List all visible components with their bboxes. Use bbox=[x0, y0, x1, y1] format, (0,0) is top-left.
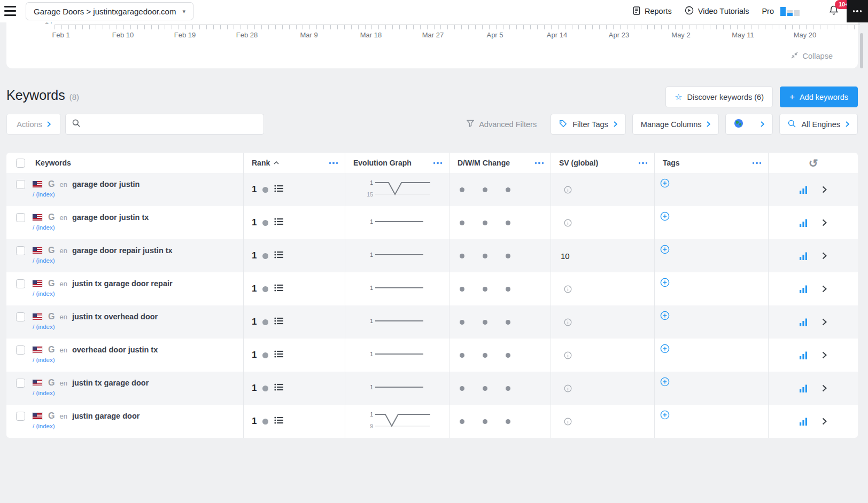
add-tag-icon[interactable] bbox=[660, 311, 670, 320]
keyword-url-link[interactable]: / (index) bbox=[33, 191, 140, 198]
add-tag-icon[interactable] bbox=[660, 410, 670, 420]
row-checkbox[interactable] bbox=[16, 379, 25, 388]
chevron-right-icon bbox=[47, 121, 51, 127]
week-change-dot-icon bbox=[483, 287, 487, 292]
row-checkbox[interactable] bbox=[16, 345, 25, 355]
column-menu-icon[interactable] bbox=[329, 162, 338, 164]
row-expand-chevron-icon[interactable] bbox=[822, 252, 827, 260]
advanced-filters-button[interactable]: Advanced Filters bbox=[467, 120, 537, 129]
info-icon[interactable] bbox=[564, 351, 572, 359]
keyword-url-link[interactable]: / (index) bbox=[33, 357, 158, 363]
keyword-text[interactable]: justin garage door bbox=[72, 412, 140, 420]
keyword-url-link[interactable]: / (index) bbox=[33, 423, 140, 429]
filter-tags-button[interactable]: Filter Tags bbox=[551, 114, 626, 135]
keyword-chart-icon[interactable] bbox=[800, 285, 808, 293]
row-expand-chevron-icon[interactable] bbox=[822, 318, 827, 326]
keyword-text[interactable]: garage door justin bbox=[72, 180, 140, 188]
discover-keywords-button[interactable]: ☆ Discover keywords (6) bbox=[665, 87, 773, 107]
select-all-checkbox[interactable] bbox=[16, 159, 25, 168]
row-checkbox[interactable] bbox=[16, 312, 25, 321]
keyword-text[interactable]: overhead door justin tx bbox=[72, 345, 158, 354]
keyword-url-link[interactable]: / (index) bbox=[33, 290, 173, 297]
column-menu-icon[interactable] bbox=[433, 162, 443, 164]
month-change-dot-icon bbox=[506, 353, 510, 358]
row-checkbox[interactable] bbox=[16, 412, 25, 421]
actions-button[interactable]: Actions bbox=[6, 114, 61, 135]
keyword-text[interactable]: justin tx overhead door bbox=[72, 312, 158, 321]
column-header-dwm-change[interactable]: D/W/M Change bbox=[449, 153, 551, 173]
keyword-url-link[interactable]: / (index) bbox=[33, 324, 158, 330]
domain-breadcrumb-dropdown[interactable]: Garage Doors > justintxgaragedoor.com ▾ bbox=[26, 2, 193, 20]
locale-selector-button[interactable] bbox=[725, 114, 773, 135]
overflow-menu-button[interactable] bbox=[847, 0, 868, 22]
info-icon[interactable] bbox=[564, 384, 572, 392]
menu-icon[interactable] bbox=[4, 6, 16, 16]
info-icon[interactable] bbox=[564, 418, 572, 426]
keyword-chart-icon[interactable] bbox=[800, 418, 808, 426]
keyword-text[interactable]: garage door justin tx bbox=[72, 213, 149, 222]
keyword-text[interactable]: garage door repair justin tx bbox=[72, 246, 173, 255]
manage-columns-button[interactable]: Manage Columns bbox=[632, 114, 719, 135]
row-checkbox[interactable] bbox=[16, 279, 25, 288]
row-checkbox[interactable] bbox=[16, 180, 25, 189]
info-icon[interactable] bbox=[564, 219, 572, 227]
row-expand-chevron-icon[interactable] bbox=[822, 219, 827, 226]
pro-plan-indicator[interactable]: Pro bbox=[762, 7, 800, 16]
keyword-url-link[interactable]: / (index) bbox=[33, 390, 149, 396]
keyword-chart-icon[interactable] bbox=[800, 219, 808, 227]
keyword-chart-icon[interactable] bbox=[800, 318, 808, 326]
serp-list-icon[interactable] bbox=[274, 350, 283, 360]
column-header-sv-global[interactable]: SV (global) bbox=[551, 153, 654, 173]
serp-list-icon[interactable] bbox=[274, 416, 283, 426]
video-tutorials-link[interactable]: Video Tutorials bbox=[685, 6, 749, 17]
add-tag-icon[interactable] bbox=[660, 278, 670, 287]
row-expand-chevron-icon[interactable] bbox=[822, 418, 827, 425]
all-engines-button[interactable]: All Engines bbox=[779, 114, 858, 135]
svg-text:1: 1 bbox=[370, 252, 373, 258]
row-expand-chevron-icon[interactable] bbox=[822, 384, 827, 392]
serp-list-icon[interactable] bbox=[274, 317, 283, 327]
collapse-chart-button[interactable]: Collapse bbox=[790, 51, 833, 61]
keyword-chart-icon[interactable] bbox=[800, 186, 808, 194]
info-icon[interactable] bbox=[564, 318, 572, 326]
search-input[interactable] bbox=[85, 120, 257, 129]
day-change-dot-icon bbox=[460, 221, 464, 225]
add-tag-icon[interactable] bbox=[660, 377, 670, 387]
column-menu-icon[interactable] bbox=[639, 162, 648, 164]
row-checkbox[interactable] bbox=[16, 213, 25, 222]
vertical-scrollbar[interactable] bbox=[860, 33, 863, 68]
serp-list-icon[interactable] bbox=[274, 185, 283, 194]
column-header-tags[interactable]: Tags bbox=[654, 153, 768, 173]
keyword-chart-icon[interactable] bbox=[800, 252, 808, 260]
info-icon[interactable] bbox=[564, 285, 572, 293]
keyword-chart-icon[interactable] bbox=[800, 384, 808, 392]
refresh-icon[interactable]: ↺ bbox=[809, 158, 818, 169]
add-keywords-button[interactable]: + Add keywords bbox=[780, 87, 858, 107]
add-tag-icon[interactable] bbox=[660, 344, 670, 353]
row-checkbox[interactable] bbox=[16, 246, 25, 255]
keyword-text[interactable]: justin tx garage door bbox=[72, 379, 149, 387]
serp-list-icon[interactable] bbox=[274, 383, 283, 393]
notifications-button[interactable]: 10+ bbox=[828, 5, 839, 18]
serp-list-icon[interactable] bbox=[274, 284, 283, 294]
add-tag-icon[interactable] bbox=[660, 245, 670, 254]
keyword-chart-icon[interactable] bbox=[800, 351, 808, 359]
column-header-evolution[interactable]: Evolution Graph bbox=[345, 153, 449, 173]
add-tag-icon[interactable] bbox=[660, 211, 670, 221]
reports-link[interactable]: Reports bbox=[633, 6, 672, 17]
column-menu-icon[interactable] bbox=[753, 162, 762, 164]
keyword-url-link[interactable]: / (index) bbox=[33, 257, 173, 264]
keyword-url-link[interactable]: / (index) bbox=[33, 224, 149, 231]
add-tag-icon[interactable] bbox=[660, 178, 670, 188]
keyword-text[interactable]: justin tx garage door repair bbox=[72, 279, 173, 288]
column-menu-icon[interactable] bbox=[535, 162, 544, 164]
row-expand-chevron-icon[interactable] bbox=[822, 186, 827, 193]
serp-list-icon[interactable] bbox=[274, 251, 283, 261]
row-expand-chevron-icon[interactable] bbox=[822, 285, 827, 293]
column-header-rank[interactable]: Rank bbox=[243, 153, 345, 173]
info-icon[interactable] bbox=[564, 186, 572, 194]
google-icon: G bbox=[48, 312, 55, 321]
row-expand-chevron-icon[interactable] bbox=[822, 351, 827, 359]
serp-list-icon[interactable] bbox=[274, 218, 283, 227]
globe-icon bbox=[734, 119, 743, 130]
